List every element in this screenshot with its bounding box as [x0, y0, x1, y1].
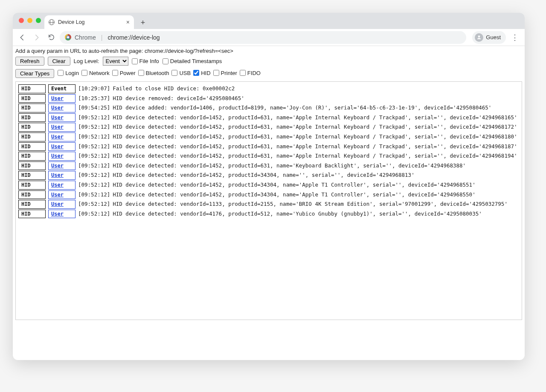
type-filter-input-hid[interactable]: [193, 70, 199, 76]
log-level-tag[interactable]: User: [48, 181, 76, 190]
page-content: Add a query param in URL to auto-refresh…: [13, 46, 525, 360]
log-type-tag: HID: [18, 181, 46, 190]
log-type-tag: HID: [18, 113, 46, 122]
detailed-timestamps-checkbox[interactable]: Detailed Timestamps: [163, 58, 222, 64]
file-info-label: File Info: [139, 58, 159, 64]
toolbar: Chrome | chrome://device-log Guest ⋮: [13, 29, 525, 46]
type-filter-fido[interactable]: FIDO: [240, 70, 261, 76]
profile-chip[interactable]: Guest: [472, 31, 506, 44]
log-message: HID device detected: vendorId=1133, prod…: [113, 200, 508, 208]
type-filter-input-usb[interactable]: [171, 70, 177, 76]
log-level-tag[interactable]: User: [48, 104, 76, 112]
log-level-tag[interactable]: User: [48, 210, 76, 219]
clear-button[interactable]: Clear: [48, 57, 70, 66]
log-type-tag: HID: [18, 210, 46, 219]
type-filter-network[interactable]: Network: [81, 70, 110, 76]
log-level-label: Log Level:: [74, 58, 99, 64]
back-button[interactable]: [16, 32, 28, 43]
type-filter-printer[interactable]: Printer: [213, 70, 237, 76]
refresh-hint: Add a query param in URL to auto-refresh…: [13, 46, 525, 56]
reload-icon: [48, 34, 55, 41]
log-timestamp: [09:52:12]: [78, 123, 110, 131]
profile-label: Guest: [486, 34, 501, 40]
log-timestamp: [09:52:12]: [78, 161, 110, 170]
type-filter-label: Bluetooth: [146, 70, 169, 76]
type-filter-login[interactable]: Login: [58, 70, 79, 76]
log-message: HID device detected: vendorId=1452, prod…: [113, 133, 517, 141]
address-bar[interactable]: Chrome | chrome://device-log: [60, 31, 466, 44]
type-filter-usb[interactable]: USB: [171, 70, 191, 76]
log-type-tag: HID: [18, 171, 46, 180]
type-filter-input-bluetooth[interactable]: [138, 70, 144, 76]
log-timestamp: [09:52:12]: [78, 113, 110, 121]
log-row: HIDUser[09:54:25] HID device added: vend…: [18, 104, 519, 112]
log-row: HIDUser[10:25:37] HID device removed: de…: [18, 94, 519, 103]
browser-window: Device Log × + Chrome | chrome://device-…: [13, 13, 525, 360]
type-filter-label: Printer: [221, 70, 237, 76]
log-level-tag[interactable]: User: [48, 190, 76, 199]
log-type-tag: HID: [18, 161, 46, 170]
kebab-menu-button[interactable]: ⋮: [508, 31, 521, 44]
tab-close-icon[interactable]: ×: [126, 19, 130, 26]
clear-types-button[interactable]: Clear Types: [15, 69, 54, 78]
file-info-input[interactable]: [132, 58, 138, 64]
type-filter-input-fido[interactable]: [240, 70, 246, 76]
address-url: chrome://device-log: [107, 34, 160, 41]
log-timestamp: [10:25:37]: [78, 94, 110, 102]
type-filter-row: Clear Types LoginNetworkPowerBluetoothUS…: [13, 68, 525, 81]
log-row: HIDUser[09:52:12] HID device detected: v…: [18, 190, 519, 199]
log-level-tag[interactable]: User: [48, 171, 76, 180]
window-minimize-icon[interactable]: [27, 18, 32, 23]
type-filter-input-network[interactable]: [81, 70, 87, 76]
log-level-tag[interactable]: User: [48, 123, 76, 132]
log-type-tag: HID: [18, 84, 46, 93]
log-row: HIDUser[09:52:12] HID device detected: v…: [18, 181, 519, 190]
type-filter-bluetooth[interactable]: Bluetooth: [138, 70, 169, 76]
log-timestamp: [09:52:12]: [78, 181, 110, 189]
type-filter-input-printer[interactable]: [213, 70, 219, 76]
file-info-checkbox[interactable]: File Info: [132, 58, 159, 64]
window-maximize-icon[interactable]: [36, 18, 41, 23]
log-level-select[interactable]: Event: [103, 57, 128, 66]
address-origin: Chrome: [75, 34, 96, 41]
log-row: HIDUser[09:52:12] HID device detected: v…: [18, 142, 519, 151]
log-type-tag: HID: [18, 94, 46, 103]
log-row: HIDUser[09:52:12] HID device detected: v…: [18, 152, 519, 161]
type-filter-input-power[interactable]: [112, 70, 118, 76]
window-close-icon[interactable]: [19, 18, 24, 23]
log-level-tag[interactable]: User: [48, 113, 76, 122]
detailed-timestamps-input[interactable]: [163, 58, 168, 64]
log-type-tag: HID: [18, 142, 46, 151]
log-level-tag[interactable]: User: [48, 94, 76, 103]
log-timestamp: [09:52:12]: [78, 210, 110, 218]
new-tab-button[interactable]: +: [137, 17, 148, 28]
type-filter-label: Login: [65, 70, 79, 76]
forward-button[interactable]: [31, 32, 43, 43]
log-type-tag: HID: [18, 133, 46, 141]
log-level-tag[interactable]: User: [48, 133, 76, 141]
arrow-left-icon: [18, 34, 26, 41]
log-message: HID device detected: vendorId=1452, prod…: [113, 142, 517, 150]
log-timestamp: [10:29:07]: [78, 84, 110, 92]
log-level-tag[interactable]: User: [48, 161, 76, 170]
refresh-button[interactable]: Refresh: [15, 57, 44, 66]
address-separator: |: [101, 34, 103, 41]
log-level-tag[interactable]: User: [48, 200, 76, 209]
log-row: HIDUser[09:52:12] HID device detected: v…: [18, 171, 519, 180]
type-filter-hid[interactable]: HID: [193, 70, 210, 76]
tab-device-log[interactable]: Device Log ×: [44, 15, 134, 29]
log-message: HID device detected: vendorId=1452, prod…: [113, 123, 517, 131]
log-type-tag: HID: [18, 104, 46, 112]
log-level-tag[interactable]: User: [48, 152, 76, 161]
log-row: HIDUser[09:52:12] HID device detected: v…: [18, 133, 519, 141]
type-filter-power[interactable]: Power: [112, 70, 136, 76]
type-filter-input-login[interactable]: [58, 70, 64, 76]
log-message: HID device detected: vendorId=1452, prod…: [113, 161, 466, 170]
type-filter-label: HID: [201, 70, 210, 76]
type-filter-label: Network: [89, 70, 110, 76]
chrome-icon: [65, 34, 71, 40]
log-row: HIDUser[09:52:12] HID device detected: v…: [18, 210, 519, 219]
log-message: HID device detected: vendorId=1452, prod…: [113, 181, 475, 189]
reload-button[interactable]: [45, 32, 57, 43]
log-level-tag[interactable]: User: [48, 142, 76, 151]
